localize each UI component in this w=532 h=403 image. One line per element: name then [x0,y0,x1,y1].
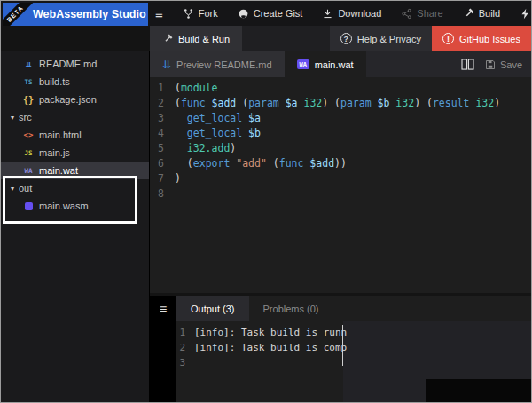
output-viewport-divider [342,325,343,366]
exclamation-icon: ! [442,33,454,44]
wat-icon: WA [297,59,309,69]
tree-item-main.html[interactable]: <>main.html [1,126,149,144]
code-line: 5 i32.add) [150,141,531,156]
code-token: $b [378,96,396,111]
output-line-number: 3 [176,355,194,370]
tree-item-main.js[interactable]: JSmain.js [1,144,149,162]
tree-item-label: main.html [39,130,82,140]
readme-icon: ⇊ [22,59,35,70]
fork-button[interactable]: Fork [183,8,218,20]
tree-item-label: README.md [39,59,97,69]
line-number: 7 [150,171,175,186]
code-token: $add [309,156,334,171]
panel-menu-icon[interactable]: ≡ [160,302,167,402]
panel-tab-bar: Output (3) Problems (0) [176,296,531,321]
tree-item-label: main.wasm [39,201,89,211]
build-label: Build [479,8,500,19]
app-title-box: BETA WebAssembly Studio [3,3,148,26]
run-button[interactable]: Run [520,8,532,20]
download-button[interactable]: Download [322,8,381,20]
typescript-icon: TS [22,78,35,86]
line-number: 5 [150,141,175,156]
code-token: export [193,156,236,171]
github-icon [238,8,249,20]
fork-label: Fork [199,8,218,19]
tree-item-label: main.js [39,147,70,158]
code-token: module [181,81,218,96]
split-view-icon[interactable] [461,59,474,70]
code-editor[interactable]: 1(module2(func $add (param $a i32) (para… [150,77,531,293]
code-token: i32 [303,96,322,111]
tree-item-main.wasm[interactable]: main.wasm [1,197,149,215]
tree-item-README.md[interactable]: ⇊README.md [1,55,149,73]
output-line-text: [info]: Task build is runn [194,325,347,340]
code-line: 7) [150,171,531,186]
line-number: 8 [150,186,175,202]
webassembly-studio-window: ≡ Fork Create Gist Download [0,0,532,403]
line-number: 1 [150,81,175,96]
tree-item-build.ts[interactable]: TSbuild.ts [1,73,149,91]
wasm-icon [22,202,35,210]
github-issues-button[interactable]: ! GitHub Issues [432,26,531,51]
output-line-number: 2 [176,340,194,355]
tree-item-label: out [19,183,32,194]
tab-preview-readme-label: Preview README.md [176,59,272,70]
tree-item-label: build.ts [39,76,70,87]
output-line-number: 1 [176,325,194,340]
code-line: 2(func $add (param $a i32) (param $b i32… [150,96,531,111]
create-gist-button[interactable]: Create Gist [238,8,303,20]
download-icon [322,8,333,20]
build-and-run-tab[interactable]: Build & Run [150,26,242,51]
secondary-bar: Build & Run ? Help & Privacy ! GitHub Is… [1,26,531,51]
line-number: 3 [150,111,175,126]
code-line: 1(module [150,81,531,96]
line-number: 6 [150,156,175,171]
tree-item-main.wat[interactable]: WAmain.wat [1,162,149,179]
tab-preview-readme[interactable]: ⇊ Preview README.md [150,51,285,77]
build-and-run-label: Build & Run [178,34,230,44]
line-number: 2 [150,96,175,111]
code-token: ( [175,156,193,171]
code-token: $b [248,126,261,141]
output-line: 1[info]: Task build is runn [176,325,531,340]
code-line: 3 get_local $a [150,111,531,126]
build-button[interactable]: Build [463,8,500,20]
fork-icon [183,8,194,20]
code-token: ) [230,141,236,156]
tree-item-package.json[interactable]: {}package.json [1,91,149,108]
line-number: 4 [150,126,175,141]
code-token: param [248,96,286,111]
folder-expand-icon[interactable]: ▾ [8,185,17,193]
share-label: Share [417,8,442,19]
tree-item-out[interactable]: ▾out [1,179,149,197]
preview-icon: ⇊ [162,59,171,71]
menu-icon[interactable]: ≡ [155,6,163,21]
share-icon [401,8,412,20]
output-console[interactable]: 1[info]: Task build is runn2[info]: Task… [176,321,531,402]
tab-main-wat[interactable]: WA main.wat [285,51,366,77]
code-line: 8 [150,186,531,202]
code-line: 6 (export "add" (func $add)) [150,156,531,171]
create-gist-label: Create Gist [254,8,303,19]
help-privacy-button[interactable]: ? Help & Privacy [330,26,432,51]
tab-problems[interactable]: Problems (0) [249,296,333,321]
panel-menu-strip: ≡ [150,296,176,402]
code-token: ) ( [322,96,340,111]
tab-output[interactable]: Output (3) [176,296,249,321]
code-token: )) [334,156,347,171]
code-token: i32.add [175,141,230,156]
folder-expand-icon[interactable]: ▾ [8,114,17,122]
save-label: Save [500,59,522,70]
tree-item-src[interactable]: ▾src [1,108,149,126]
html-icon: <> [22,130,35,139]
download-label: Download [338,8,381,19]
code-token: $add [212,96,243,111]
code-token: i32 [475,96,494,111]
tab-main-wat-label: main.wat [315,59,354,70]
github-issues-label: GitHub Issues [459,34,520,44]
code-token: ) [494,96,500,111]
json-icon: {} [22,95,35,105]
editor-tab-bar: ⇊ Preview README.md WA main.wat Save [150,51,531,77]
code-token: ( [175,96,181,111]
code-token: ( [273,156,279,171]
